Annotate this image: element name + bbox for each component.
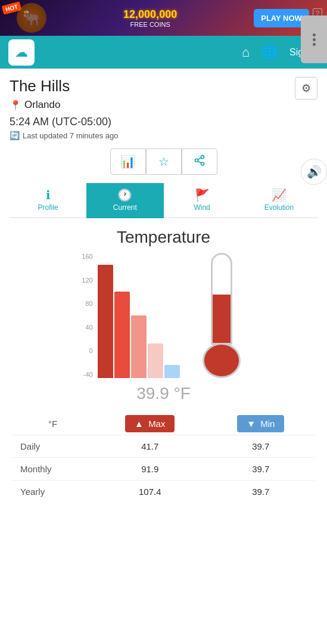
bar-1 <box>98 265 113 378</box>
tab-current-label: Current <box>113 203 137 212</box>
svg-line-3 <box>198 161 201 163</box>
tab-wind-label: Wind <box>194 203 210 212</box>
max-cell: 91.9 <box>94 458 207 481</box>
tab-bar: ℹ Profile 🕐 Current 🚩 Wind 📈 Evolution <box>10 183 317 218</box>
sound-button[interactable]: 🔊 <box>301 159 327 185</box>
favorite-button[interactable]: ☆ <box>146 148 182 175</box>
temperature-value: 39.9 °F <box>12 384 315 403</box>
svg-point-1 <box>195 159 198 162</box>
sound-icon: 🔊 <box>307 165 322 179</box>
location-name: Orlando <box>24 99 60 111</box>
chart-icon: 📊 <box>120 154 135 169</box>
home-icon[interactable]: ⌂ <box>242 45 250 60</box>
bar-5 <box>164 365 180 378</box>
evolution-tab-icon: 📈 <box>272 188 286 202</box>
bar-3 <box>131 315 147 378</box>
wind-tab-icon: 🚩 <box>195 188 210 202</box>
current-tab-icon: 🕐 <box>117 188 132 202</box>
update-text: Last updated 7 minutes ago <box>23 131 118 140</box>
main-content: The Hills 📍 Orlando ⚙ 5:24 AM (UTC-05:00… <box>0 69 327 218</box>
min-header-badge: ▼ Min <box>237 415 284 432</box>
min-label: Min <box>260 419 275 429</box>
ad-free-coins: FREE COINS <box>46 21 254 28</box>
min-header: ▼ Min <box>207 413 315 435</box>
bar-4 <box>148 343 163 378</box>
location-row: 📍 Orlando <box>10 99 317 111</box>
thermometer-fill <box>213 295 231 343</box>
ad-coins: 12,000,000 <box>46 8 254 21</box>
temperature-visual: 160 120 80 40 0 -40 <box>12 253 315 378</box>
max-header-badge: ▲ Max <box>125 415 175 432</box>
thermometer-tube <box>211 253 232 345</box>
period-cell: Monthly <box>12 458 94 481</box>
share-button[interactable] <box>182 148 217 175</box>
current-time: 5:24 AM (UTC-05:00) <box>10 116 317 128</box>
page-title: The Hills <box>10 77 317 95</box>
action-buttons: 📊 ☆ <box>10 148 317 175</box>
y-axis-labels: 160 120 80 40 0 -40 <box>82 253 95 378</box>
update-row: 🔄 Last updated 7 minutes ago <box>10 131 317 140</box>
max-header: ▲ Max <box>94 413 207 435</box>
temperature-table: °F ▲ Max ▼ Min Daily 41.7 39.7 <box>12 413 315 503</box>
table-row: Daily 41.7 39.7 <box>12 435 315 458</box>
y-label-120: 120 <box>82 277 92 284</box>
min-cell: 39.7 <box>207 458 315 481</box>
tab-evolution[interactable]: 📈 Evolution <box>241 183 317 218</box>
tab-current[interactable]: 🕐 Current <box>86 183 163 218</box>
unit-header: °F <box>12 413 94 435</box>
globe-icon[interactable]: 🌐 <box>261 45 278 60</box>
max-cell: 107.4 <box>94 481 207 503</box>
svg-line-4 <box>198 157 201 159</box>
thermometer <box>198 253 245 378</box>
refresh-icon: 🔄 <box>10 131 20 140</box>
temperature-title: Temperature <box>12 228 315 247</box>
profile-tab-icon: ℹ <box>46 188 51 202</box>
tab-profile[interactable]: ℹ Profile <box>10 183 86 218</box>
arrow-up-icon: ▲ <box>135 419 144 429</box>
bars-container <box>98 253 180 378</box>
temperature-section: Temperature 160 120 80 40 0 -40 <box>0 218 327 512</box>
star-icon: ☆ <box>158 154 169 169</box>
dot2 <box>313 38 316 41</box>
ad-banner: HOT 🐂 12,000,000 FREE COINS PLAY NOW ? ✕ <box>0 0 327 36</box>
header: ☁ ⌂ 🌐 Sign in <box>0 36 327 69</box>
svg-point-0 <box>201 155 204 158</box>
share-icon <box>194 154 205 169</box>
chart-button[interactable]: 📊 <box>110 148 146 175</box>
max-cell: 41.7 <box>94 435 207 458</box>
y-label-0: 0 <box>82 347 92 354</box>
location-pin-icon: 📍 <box>10 100 21 111</box>
dot3 <box>313 43 316 46</box>
max-label: Max <box>148 419 165 429</box>
thermometer-bulb <box>203 343 241 378</box>
min-cell: 39.7 <box>207 481 315 503</box>
ad-text-area: 12,000,000 FREE COINS <box>46 8 254 28</box>
app-logo[interactable]: ☁ <box>8 39 35 66</box>
min-cell: 39.7 <box>207 435 315 458</box>
logo-cloud-icon: ☁ <box>15 45 28 60</box>
y-label-neg40: -40 <box>82 371 92 378</box>
svg-point-2 <box>201 162 204 165</box>
bar-2 <box>114 292 130 378</box>
period-cell: Yearly <box>12 481 94 503</box>
tab-evolution-label: Evolution <box>264 203 294 212</box>
more-dots-button[interactable] <box>301 16 327 63</box>
tab-profile-label: Profile <box>38 203 58 212</box>
tab-wind[interactable]: 🚩 Wind <box>164 183 241 218</box>
bar-chart: 160 120 80 40 0 -40 <box>82 253 179 378</box>
table-row: Yearly 107.4 39.7 <box>12 481 315 503</box>
arrow-down-icon: ▼ <box>247 419 256 429</box>
dot1 <box>313 33 316 36</box>
y-label-160: 160 <box>82 253 92 260</box>
y-label-40: 40 <box>82 324 92 331</box>
table-row: Monthly 91.9 39.7 <box>12 458 315 481</box>
y-label-80: 80 <box>82 300 92 307</box>
period-cell: Daily <box>12 435 94 458</box>
